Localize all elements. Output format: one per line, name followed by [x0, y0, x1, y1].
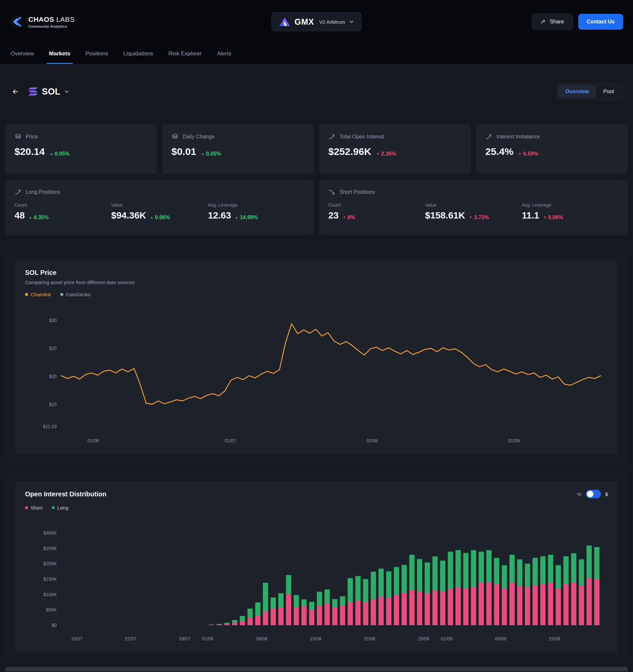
nav-item-overview[interactable]: Overview [10, 44, 34, 64]
brand[interactable]: CHAOS LABS Community Analytics [10, 15, 74, 29]
legend-item-chainlink[interactable]: Chainlink [25, 292, 51, 297]
price-chart-section: SOL Price Comparing asset price from dif… [5, 250, 628, 464]
stat-value: $20.14 [15, 146, 45, 157]
oi-chart-legend: Short Long [25, 505, 608, 510]
metric-change: 14.99% [235, 215, 258, 220]
nav-item-alerts[interactable]: Alerts [217, 44, 231, 64]
header-actions: Share Contact Us [532, 14, 623, 30]
main-content: SOL Overview Pool Price $20.14 0.05% [0, 81, 633, 671]
topbar: CHAOS LABS Community Analytics GMX V2 Ar… [0, 0, 633, 44]
stat-label: Interest Imbalance [496, 134, 540, 140]
svg-text:08/08: 08/08 [256, 636, 267, 641]
arrow-down-icon [343, 216, 346, 219]
svg-text:22/07: 22/07 [125, 636, 137, 641]
metric-short-value: Value $158.61K 3.72% [425, 202, 521, 221]
metric-change: 8.06% [543, 215, 563, 220]
solana-icon [28, 87, 38, 96]
stat-value: 25.4% [485, 146, 513, 157]
metric-long-value: Value $94.36K 0.06% [111, 202, 208, 221]
stat-change: 0.05% [201, 151, 221, 157]
oi-bar-chart: $300K$250K$200K$150K$100K$50K$015/0722/0… [25, 514, 608, 644]
arrow-up-icon [150, 216, 153, 219]
svg-text:08/09: 08/09 [495, 636, 507, 641]
back-arrow-icon [12, 88, 19, 95]
percent-unit-label[interactable]: % [577, 491, 581, 497]
stat-card-daily-change: Daily Change $0.01 0.05% [162, 124, 314, 174]
svg-text:29/07: 29/07 [179, 636, 190, 641]
share-icon [541, 19, 547, 25]
metric-long-count: Count 48 4.35% [15, 202, 111, 221]
stat-value: $252.96K [328, 146, 371, 157]
short-dot-icon [25, 506, 28, 509]
svg-text:$300K: $300K [44, 530, 57, 535]
arrow-up-icon [235, 216, 238, 219]
chevron-down-icon [64, 89, 69, 94]
svg-text:$200K: $200K [44, 561, 57, 566]
legend-item-short[interactable]: Short [25, 505, 43, 510]
arrow-up-icon [50, 152, 53, 155]
back-button[interactable] [10, 86, 21, 97]
svg-text:01/06: 01/06 [88, 438, 99, 443]
nav-item-liquidations[interactable]: Liquidations [123, 44, 153, 64]
svg-text:01/07: 01/07 [225, 438, 236, 443]
price-line-chart: $30$25$20$15$11.0301/0601/0701/0801/09 [25, 301, 608, 446]
svg-text:$30: $30 [49, 318, 57, 323]
legend-item-long[interactable]: Long [52, 505, 68, 510]
chart-title: SOL Price [25, 269, 608, 277]
stat-change: 0.05% [50, 151, 70, 157]
price-chart-legend: Chainlink CoinGecko [25, 292, 608, 297]
view-toggle-pool[interactable]: Pool [596, 85, 621, 98]
metric-change: 4.35% [29, 215, 48, 220]
brand-name-light: LABS [56, 16, 75, 23]
next-section-edge [5, 667, 628, 671]
app-header: CHAOS LABS Community Analytics GMX V2 Ar… [0, 0, 633, 64]
svg-text:15/07: 15/07 [71, 636, 83, 641]
view-toggle: Overview Pool [556, 83, 623, 100]
share-button[interactable]: Share [532, 14, 573, 30]
svg-text:22/08: 22/08 [364, 636, 375, 641]
svg-text:$150K: $150K [44, 576, 57, 582]
stat-card-long-positions: Long Positions Count 48 4.35% Value $94.… [5, 180, 314, 235]
metric-short-count: Count 23 8% [328, 202, 425, 221]
metric-short-avg-leverage: Avg. Leverage 11.1 8.06% [522, 202, 618, 221]
coins-icon [171, 133, 179, 140]
chart-title: Open Interest Distribution [25, 490, 107, 498]
nav-item-markets[interactable]: Markets [49, 44, 70, 64]
protocol-name: GMX [295, 17, 314, 27]
stat-card-short-positions: Short Positions Count 23 8% Value $158.6… [319, 180, 628, 235]
asset-selector[interactable]: SOL [26, 86, 71, 97]
view-toggle-overview[interactable]: Overview [558, 85, 596, 98]
metric-change: 8% [343, 215, 355, 220]
nav-item-risk-explorer[interactable]: Risk Explorer [168, 44, 202, 64]
share-label: Share [550, 19, 564, 25]
legend-item-coingecko[interactable]: CoinGecko [60, 292, 90, 297]
stat-change: 2.35% [376, 151, 396, 157]
arrow-down-icon [518, 152, 521, 155]
unit-toggle: % $ [577, 490, 608, 498]
contact-us-button[interactable]: Contact Us [578, 14, 623, 30]
arrow-up-icon [29, 216, 32, 219]
stat-label: Long Positions [26, 189, 60, 195]
brand-subtitle: Community Analytics [28, 24, 74, 28]
stat-label: Price [26, 134, 38, 140]
stat-label: Short Positions [339, 189, 375, 195]
stat-label: Total Open Interest [339, 134, 384, 140]
svg-text:$100K: $100K [44, 592, 57, 597]
protocol-version: V2 Arbitrum [319, 19, 345, 25]
long-dot-icon [52, 506, 55, 509]
chainlink-dot-icon [25, 293, 28, 296]
unit-toggle-switch[interactable] [586, 490, 601, 498]
stats-row-2: Long Positions Count 48 4.35% Value $94.… [5, 180, 628, 235]
trend-down-icon [328, 189, 336, 196]
protocol-selector[interactable]: GMX V2 Arbitrum [271, 12, 361, 31]
oi-chart-card: Open Interest Distribution % $ Short Lon… [15, 481, 618, 653]
nav-item-positions[interactable]: Positions [86, 44, 108, 64]
svg-text:29/08: 29/08 [418, 636, 429, 641]
stat-card-interest-imbalance: Interest Imbalance 25.4% 6.59% [476, 124, 628, 174]
chaos-labs-logo-icon [10, 15, 24, 29]
price-chart-card: SOL Price Comparing asset price from dif… [15, 260, 618, 454]
chevron-down-icon [350, 20, 354, 24]
dollar-unit-label[interactable]: $ [605, 491, 608, 497]
arrow-up-icon [201, 152, 204, 155]
asset-title: SOL [42, 87, 60, 97]
